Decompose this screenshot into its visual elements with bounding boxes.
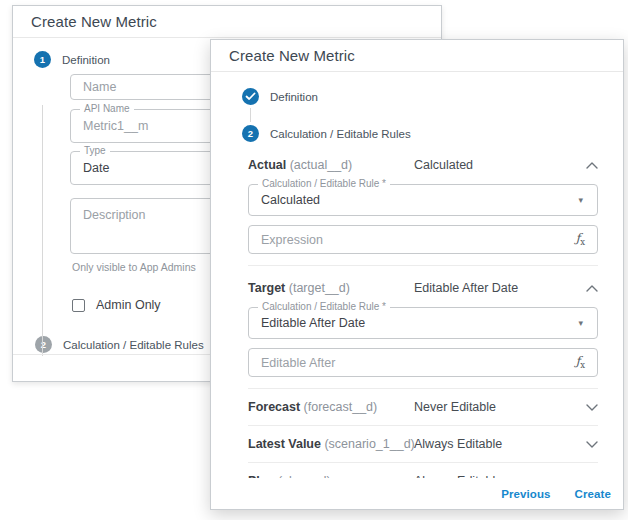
step-number-badge: 1 xyxy=(34,51,51,68)
create-button[interactable]: Create xyxy=(575,488,611,500)
rule-select-label: Calculation / Editable Rule * xyxy=(258,301,390,313)
rule-select-actual[interactable]: Calculation / Editable Rule * Calculated… xyxy=(248,184,598,216)
metric-name: Actual (actual__d) xyxy=(248,158,414,172)
type-label: Type xyxy=(80,145,110,157)
metric-name: Forecast (forecast__d) xyxy=(248,400,414,414)
rule-select-value: Editable After Date xyxy=(261,316,578,330)
step-definition-completed[interactable]: Definition xyxy=(242,88,623,105)
formula-fx-icon[interactable]: ƒx xyxy=(576,231,585,247)
rule-select-label: Calculation / Editable Rule * xyxy=(258,178,390,190)
expression-input[interactable] xyxy=(261,233,576,247)
dropdown-arrow-icon: ▾ xyxy=(578,195,583,205)
step-label: Calculation / Editable Rules xyxy=(270,128,411,140)
metric-name: Target (target__d) xyxy=(248,281,414,295)
step-label: Definition xyxy=(62,54,110,66)
dialog-header: Create New Metric xyxy=(13,6,441,38)
admin-only-checkbox[interactable] xyxy=(72,299,85,312)
chevron-down-icon[interactable] xyxy=(586,441,598,448)
section-divider xyxy=(248,265,598,266)
api-name-value: Metric1__m xyxy=(83,119,148,133)
step-calculation-rules[interactable]: 2 Calculation / Editable Rules xyxy=(242,125,623,142)
formula-fx-icon[interactable]: ƒx xyxy=(576,354,585,370)
step-connector-line xyxy=(250,108,251,122)
stepper: Definition 2 Calculation / Editable Rule… xyxy=(211,72,623,142)
type-value: Date xyxy=(83,161,109,175)
metric-row-latest-value[interactable]: Latest Value (scenario_1__d) Always Edit… xyxy=(248,426,598,462)
rules-list: Actual (actual__d) Calculated Calculatio… xyxy=(248,152,598,499)
dialog-title: Create New Metric xyxy=(31,13,157,30)
metric-name: Latest Value (scenario_1__d) xyxy=(248,437,414,451)
dialog-header: Create New Metric xyxy=(211,40,623,72)
create-metric-dialog-step2: Create New Metric Definition 2 Calculati… xyxy=(210,39,624,510)
dropdown-arrow-icon: ▾ xyxy=(578,318,583,328)
api-name-label: API Name xyxy=(80,103,134,115)
metric-section-target: Target (target__d) Editable After Date C… xyxy=(248,275,598,389)
rule-select-target[interactable]: Calculation / Editable Rule * Editable A… xyxy=(248,307,598,339)
metric-status: Calculated xyxy=(414,158,586,172)
metric-status: Always Editable xyxy=(414,437,586,451)
editable-after-input[interactable] xyxy=(261,356,576,370)
step-number-badge: 2 xyxy=(242,125,259,142)
step-number-badge: 2 xyxy=(35,336,52,353)
step-connector-line xyxy=(42,105,43,356)
step-label: Definition xyxy=(270,91,318,103)
expression-field-actual[interactable]: ƒx xyxy=(248,225,598,254)
step-label: Calculation / Editable Rules xyxy=(63,339,204,351)
description-placeholder: Description xyxy=(83,208,146,222)
check-icon xyxy=(242,88,259,105)
chevron-down-icon[interactable] xyxy=(586,404,598,411)
metric-status: Editable After Date xyxy=(414,281,586,295)
dialog-title: Create New Metric xyxy=(229,47,355,64)
metric-section-actual: Actual (actual__d) Calculated Calculatio… xyxy=(248,152,598,266)
chevron-up-icon[interactable] xyxy=(586,162,598,169)
metric-status: Never Editable xyxy=(414,400,586,414)
section-header-target[interactable]: Target (target__d) Editable After Date xyxy=(248,275,598,301)
previous-button[interactable]: Previous xyxy=(501,488,550,500)
section-header-actual[interactable]: Actual (actual__d) Calculated xyxy=(248,152,598,178)
chevron-up-icon[interactable] xyxy=(586,285,598,292)
dialog-footer: Previous Create xyxy=(211,478,623,509)
metric-row-forecast[interactable]: Forecast (forecast__d) Never Editable xyxy=(248,389,598,425)
editable-after-field-target[interactable]: ƒx xyxy=(248,348,598,377)
admin-only-label: Admin Only xyxy=(96,298,161,312)
rule-select-value: Calculated xyxy=(261,193,578,207)
